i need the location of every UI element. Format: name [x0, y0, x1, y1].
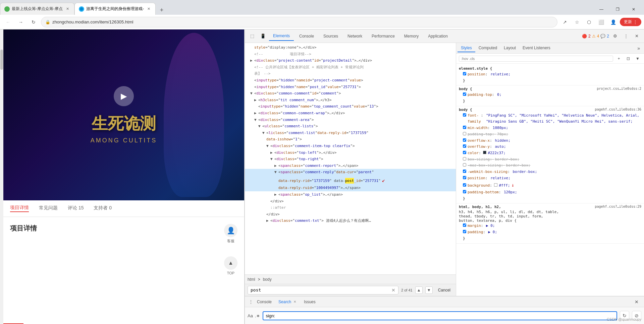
property-checkbox[interactable] — [463, 176, 466, 179]
tab-1[interactable]: 最新上线众筹-摩点众筹-摩点 ✕ — [0, 3, 74, 15]
property-checkbox[interactable] — [463, 230, 466, 233]
scrollbar-thumb[interactable] — [0, 50, 3, 70]
share-icon[interactable]: ↗ — [559, 17, 570, 27]
tree-line[interactable]: ▼ <ul class="comment-lists"> — [245, 123, 456, 130]
tab-memory[interactable]: Memory — [400, 31, 423, 41]
tree-line[interactable]: <input type="hidden" name="top_comment_c… — [245, 103, 456, 110]
tree-line[interactable]: 表】 --> — [245, 70, 456, 77]
console-pin-icon[interactable]: ⋮ — [249, 300, 253, 304]
nav-item-comments[interactable]: 评论 15 — [68, 205, 84, 212]
tree-line[interactable]: ▶ <div class="project-content" id="proje… — [245, 57, 456, 64]
property-checkbox[interactable] — [463, 151, 466, 154]
forward-button[interactable]: → — [15, 17, 26, 27]
bookmark-icon[interactable]: ☆ — [572, 17, 582, 27]
close-button[interactable]: ✕ — [626, 4, 641, 15]
info-badge[interactable]: 💬 2 — [600, 34, 609, 39]
device-mode-icon[interactable]: 📱 — [258, 31, 268, 41]
search-cancel-button[interactable]: Cancel — [435, 288, 453, 293]
tree-line[interactable]: ▶ <div class="comment-txt "> 游戏4人起步么？有点难… — [245, 217, 456, 224]
style-property-font-family[interactable]: font-family : "PingFang SC", "Microsoft … — [459, 113, 641, 125]
property-checkbox[interactable] — [463, 126, 466, 129]
regex-label[interactable]: .∗ — [255, 313, 260, 318]
tab-performance[interactable]: Performance — [368, 31, 399, 41]
browser-menu-icon[interactable]: ⬜ — [596, 17, 606, 27]
style-property-padding-bottom[interactable]: padding-bottom : 120px; — [459, 189, 641, 196]
extensions-icon[interactable]: ⬡ — [584, 17, 594, 27]
style-source[interactable]: project.css…ile0sdss:2 — [597, 87, 641, 90]
tab-close-2[interactable]: ✕ — [146, 6, 151, 12]
nav-item-supporters[interactable]: 支持者 0 — [94, 205, 112, 212]
tree-line[interactable]: ▶ <span class="comment-report"> … </span… — [245, 163, 456, 169]
style-property-margin[interactable]: margin : ▶ 0; — [459, 223, 641, 229]
style-property-background[interactable]: background : #fff; ↓ — [459, 181, 641, 189]
tab-sources[interactable]: Sources — [319, 31, 342, 41]
property-checkbox[interactable] — [463, 170, 466, 173]
property-checkbox[interactable] — [463, 157, 466, 160]
property-checkbox[interactable] — [463, 92, 466, 96]
tree-line[interactable]: </div> — [245, 198, 456, 205]
html-tree[interactable]: style="display:none"> … </div> <!-- 项目详情… — [245, 43, 456, 274]
case-sensitive-label[interactable]: Aa — [248, 313, 253, 318]
top-float[interactable]: ▲ TOP — [224, 256, 237, 275]
tree-line[interactable]: ▼ <div class="top-right"> — [245, 156, 456, 163]
styles-tab-layout[interactable]: Layout — [500, 44, 519, 52]
search-clear-icon[interactable]: ✕ — [391, 287, 395, 293]
tab-2[interactable]: 游离于生死之间的身份推理游戏- ✕ — [74, 3, 156, 15]
style-property-overflow-x[interactable]: overflow-x : hidden; — [459, 138, 641, 144]
property-checkbox[interactable] — [463, 223, 466, 227]
nav-item-project-detail[interactable]: 项目详情 — [10, 205, 29, 212]
search-prev-button[interactable]: ▲ — [415, 286, 423, 294]
warning-badge[interactable]: ⚠ 4 — [592, 34, 599, 39]
tree-line[interactable]: data-isshow="1"> — [245, 136, 456, 143]
styles-more-options-icon[interactable]: ▼ — [634, 55, 641, 62]
style-property-moz-box-sizing-strike[interactable]: -moz-box-sizing : border-box; — [459, 163, 641, 169]
style-property[interactable]: position : relative; — [459, 71, 641, 78]
tree-line[interactable]: ::after — [245, 204, 456, 211]
style-property-overflow-y[interactable]: overflow-y : auto; — [459, 144, 641, 150]
color-swatch-bg[interactable] — [494, 183, 497, 187]
tree-line[interactable]: ▼ <li class="comment-list" data-reply-id… — [245, 130, 456, 136]
devtools-more-icon[interactable]: ⋮ — [621, 31, 631, 41]
tree-line[interactable]: <!-- 项目详情--> — [245, 51, 456, 58]
tree-line[interactable]: ▼ <div class="comment-area"> — [245, 117, 456, 123]
inspect-element-icon[interactable]: ⬚ — [248, 31, 257, 41]
tree-line[interactable]: ▶ <span class="op_list"> … </span> — [245, 191, 456, 198]
property-checkbox[interactable] — [463, 113, 466, 117]
refresh-button[interactable]: ↻ — [28, 17, 39, 27]
styles-add-icon[interactable]: + — [615, 55, 623, 62]
tree-line[interactable]: ▼ <div class="comment-item-top clearfix"… — [245, 143, 456, 149]
tab-close-1[interactable]: ✕ — [65, 6, 70, 12]
tree-line[interactable]: </div> — [245, 211, 456, 218]
tree-line-selected[interactable]: ▼ <span class="comment-reply" data-cur="… — [245, 169, 456, 176]
tab-network[interactable]: Network — [343, 31, 366, 41]
play-button[interactable]: ▶ — [114, 86, 134, 106]
maximize-button[interactable]: ❐ — [610, 4, 625, 15]
console-close-icon[interactable]: ✕ — [632, 299, 641, 305]
tree-line[interactable]: <input type="hidden" name="post_id" valu… — [245, 84, 456, 90]
property-checkbox[interactable] — [463, 163, 466, 167]
url-bar[interactable]: 🔒 zhongchou.modian.com/item/126305.html — [41, 17, 557, 27]
devtools-close-icon[interactable]: ✕ — [632, 31, 641, 41]
webpage-scrollbar[interactable] — [0, 29, 3, 324]
tree-line[interactable]: ▶ <div class="top-left"> … </div> — [245, 149, 456, 156]
styles-filter-input[interactable] — [459, 56, 613, 62]
profile-icon[interactable]: 👤 — [608, 17, 619, 27]
settings-icon[interactable]: ⚙ — [610, 31, 620, 41]
customer-service-float[interactable]: 👤 客服 — [224, 224, 237, 244]
property-checkbox[interactable] — [463, 183, 466, 187]
property-checkbox[interactable] — [463, 132, 466, 135]
console-tab-console[interactable]: Console — [254, 298, 274, 306]
property-checkbox[interactable] — [463, 144, 466, 148]
style-property-webkit-box-sizing[interactable]: -webkit-box-sizing : border-box; — [459, 169, 641, 175]
back-button[interactable]: ← — [3, 17, 13, 27]
property-checkbox[interactable] — [463, 138, 466, 142]
styles-tab-event-listeners[interactable]: Event Listeners — [519, 44, 554, 52]
style-property[interactable]: padding-top : 0; — [459, 92, 641, 98]
style-property-padding[interactable]: padding : ▶ 0; — [459, 229, 641, 236]
style-property-position[interactable]: position : relative; — [459, 175, 641, 182]
styles-tab-computed[interactable]: Computed — [475, 44, 500, 52]
tab-console[interactable]: Console — [295, 31, 318, 41]
console-tab-issues[interactable]: Issues — [301, 298, 318, 306]
style-source[interactable]: pagehf.css?…ile0sdss:36 — [595, 108, 641, 111]
tab-elements[interactable]: Elements — [269, 31, 294, 41]
